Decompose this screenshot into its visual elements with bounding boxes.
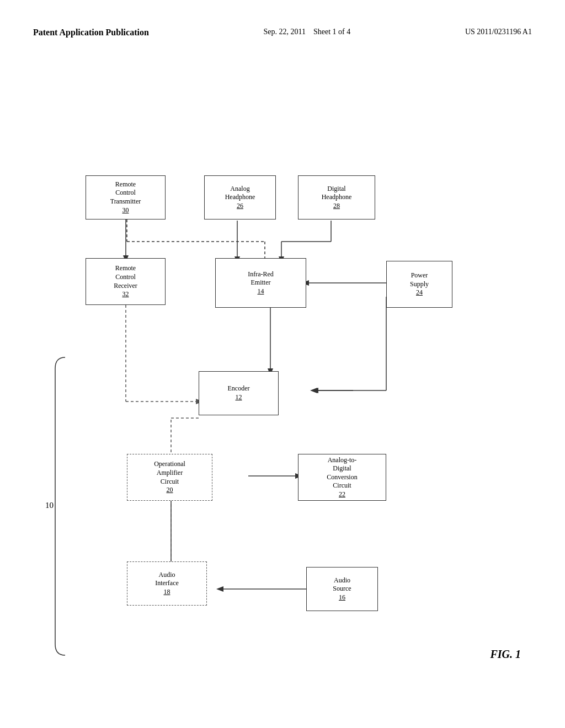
header: Patent Application Publication Sep. 22, …	[0, 0, 565, 49]
svg-marker-28	[216, 586, 223, 592]
block-digital-headphone: DigitalHeadphone 28	[298, 175, 375, 220]
diagram-area: RemoteControlTransmitter 30 AnalogHeadph…	[0, 60, 565, 694]
block-remote-control-transmitter: RemoteControlTransmitter 30	[86, 175, 166, 220]
block-audio-source: AudioSource 16	[306, 567, 378, 611]
block-encoder: Encoder 12	[199, 371, 279, 415]
block-adc: Analog-to-DigitalConversionCircuit 22	[298, 454, 386, 501]
block-analog-headphone: AnalogHeadphone 26	[204, 175, 276, 220]
block-power-supply: PowerSupply 24	[386, 261, 452, 308]
block-infra-red-emitter: Infra-RedEmitter 14	[215, 258, 306, 308]
fig-label: FIG. 1	[490, 648, 521, 661]
header-date: Sep. 22, 2011	[263, 28, 305, 36]
svg-marker-22	[311, 388, 318, 393]
page: Patent Application Publication Sep. 22, …	[0, 0, 565, 728]
header-left: Patent Application Publication	[33, 28, 149, 38]
system-label: 10	[45, 501, 54, 510]
header-center: Sep. 22, 2011 Sheet 1 of 4	[263, 28, 350, 36]
block-remote-control-receiver: RemoteControlReceiver 32	[86, 258, 166, 305]
diagram-arrows	[0, 60, 565, 694]
block-operational-amplifier: OperationalAmplifierCircuit 20	[127, 454, 212, 501]
header-sheet: Sheet 1 of 4	[313, 28, 350, 36]
svg-marker-20	[310, 388, 317, 393]
header-right: US 2011/0231196 A1	[465, 28, 532, 36]
block-audio-interface: AudioInterface 18	[127, 561, 207, 606]
